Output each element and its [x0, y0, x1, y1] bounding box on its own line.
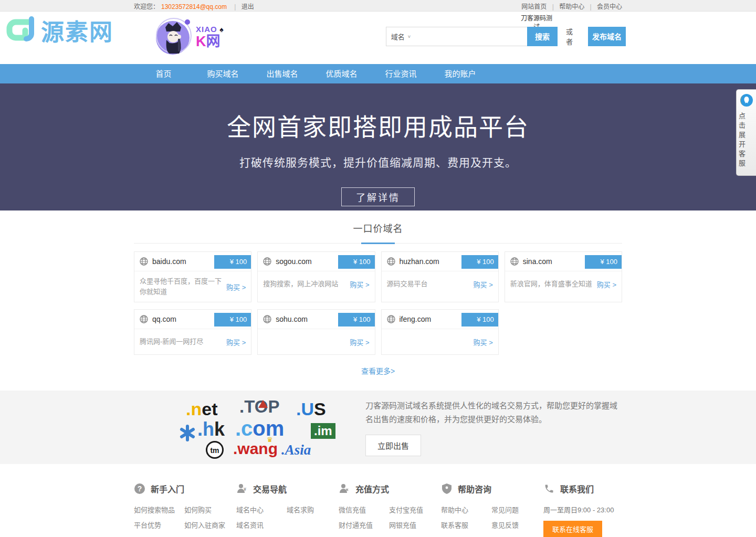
topbar-link-member[interactable]: 会员中心: [597, 3, 622, 10]
nav-item-premium-domain[interactable]: 优质域名: [312, 64, 371, 83]
footer-link[interactable]: 意见反馈: [491, 520, 542, 530]
search-box: 域名 ∨ 搜索: [386, 27, 558, 46]
domain-name: sogou.com: [276, 257, 311, 266]
watermark-logo-icon: [5, 16, 38, 45]
king-logo-icon: [154, 17, 193, 57]
topbar-links: 网站首页 | 帮助中心 | 会员中心: [521, 2, 622, 10]
publish-domain-button[interactable]: 发布域名: [588, 27, 626, 46]
watermark-logo: 源素网: [5, 14, 113, 47]
svg-text:¥: ¥: [244, 487, 246, 492]
topbar-link-help[interactable]: 帮助中心: [559, 3, 584, 10]
qq-service-icon: [740, 93, 753, 107]
section-title: 一口价域名: [134, 221, 622, 235]
footer-col-title: 充值方式: [355, 482, 389, 495]
buy-link[interactable]: 购买 >: [226, 282, 246, 292]
footer-link[interactable]: 如何搜索物品: [134, 504, 184, 514]
price-badge: ¥ 100: [585, 255, 622, 269]
buy-link[interactable]: 购买 >: [474, 279, 493, 289]
or-label: 或者: [566, 26, 578, 46]
footer-link[interactable]: 微信充值: [339, 504, 389, 514]
globe-icon: [263, 257, 271, 266]
phone-icon: [543, 483, 555, 494]
contact-service-button[interactable]: 联系在线客服: [543, 521, 602, 537]
topbar-link-home[interactable]: 网站首页: [521, 3, 547, 10]
spade-icon: ♠: [219, 25, 223, 34]
watermark-text: 源素网: [41, 14, 113, 47]
service-tab-label: 点击展开客服: [737, 112, 747, 169]
footer-link[interactable]: 域名中心: [236, 504, 287, 514]
promo-section: .net .TOP .US .hk .com .im tm .wang ♛ .A…: [0, 391, 756, 464]
divider: |: [234, 3, 236, 10]
domain-description: 腾讯网-新闻一网打尽: [140, 336, 226, 347]
price-badge: ¥ 100: [214, 255, 251, 269]
footer-link[interactable]: 域名资讯: [236, 520, 287, 530]
search-category-value: 域名: [391, 31, 405, 41]
search-category-select[interactable]: 域名 ∨: [386, 27, 416, 46]
sell-now-button[interactable]: 立即出售: [365, 435, 421, 456]
nav-item-home[interactable]: 首页: [134, 64, 193, 83]
globe-icon: [140, 315, 148, 323]
footer-link[interactable]: 联系客服: [441, 520, 491, 530]
buy-link[interactable]: 购买 >: [597, 279, 616, 289]
logout-link[interactable]: 退出: [242, 3, 254, 10]
search-input[interactable]: [416, 27, 527, 46]
domain-card: sohu.com ¥ 100 购买 >: [257, 309, 375, 355]
domain-name: huzhan.com: [400, 257, 439, 266]
price-badge: ¥ 100: [338, 313, 375, 327]
tld-im: .im: [311, 423, 335, 439]
footer-col-trade: ¥ 交易导航 域名中心 域名资讯 域名求购: [236, 482, 339, 537]
site-logo[interactable]: XIAO ♠ K网: [154, 17, 224, 57]
footer-link[interactable]: 常见问题: [491, 504, 542, 514]
hero-cta-button[interactable]: 了解详情: [341, 187, 415, 206]
footer-link[interactable]: 支付宝充值: [389, 504, 439, 514]
price-badge: ¥ 100: [461, 313, 498, 327]
header-search-area: 刀客源码测试 域名 ∨ 搜索 或者 发布域名: [386, 12, 622, 64]
topbar-welcome: 欢迎您：13023572814@qq.com | 退出: [134, 2, 254, 10]
asterisk-icon: [178, 424, 196, 442]
price-badge: ¥ 100: [214, 313, 251, 327]
domain-card: sina.com ¥ 100 新浪官网，体育盛事全知道 购买 >: [505, 251, 622, 302]
nav-item-industry-news[interactable]: 行业资讯: [371, 64, 430, 83]
mountain-icon: [258, 400, 268, 408]
domain-name: qq.com: [152, 315, 176, 323]
customer-service-tab[interactable]: 点击展开客服: [736, 89, 756, 176]
footer-link[interactable]: 如何入驻商家: [184, 520, 235, 530]
footer-link[interactable]: 帮助中心: [441, 504, 491, 514]
promo-text: 刀客源码测试域名系统提供人性化的域名交易方式，帮助您更好的掌握域名出售的速度和价…: [365, 399, 622, 426]
footer-link[interactable]: 网银充值: [389, 520, 439, 530]
domain-card: huzhan.com ¥ 100 源码交易平台 购买 >: [381, 251, 499, 302]
footer-col-recharge: 充值方式 微信充值 财付通充值 支付宝充值 网银充值: [339, 482, 441, 537]
footer-link[interactable]: 域名求购: [287, 504, 337, 514]
topbar: 欢迎您：13023572814@qq.com | 退出 网站首页 | 帮助中心 …: [0, 0, 756, 12]
nav-item-sell-domain[interactable]: 出售域名: [253, 64, 312, 83]
footer-link[interactable]: 平台优势: [134, 520, 184, 530]
footer-link[interactable]: 如何购买: [184, 504, 235, 514]
tld-net: .net: [186, 400, 217, 418]
buy-link[interactable]: 购买 >: [350, 279, 369, 289]
buy-link[interactable]: 购买 >: [226, 337, 246, 347]
tld-collage-image: .net .TOP .US .hk .com .im tm .wang ♛ .A…: [178, 396, 342, 459]
domain-card: baidu.com ¥ 100 众里寻他千百度，百度一下你就知道 购买 >: [134, 251, 251, 302]
welcome-label: 欢迎您：: [134, 3, 159, 10]
domain-description: 新浪官网，体育盛事全知道: [510, 279, 597, 289]
globe-icon: [140, 257, 148, 266]
hero-subtitle: 打破传统服务模式，提升价值缩减周期、费用及开支。: [0, 154, 756, 170]
divider: |: [552, 3, 554, 10]
shield-icon: [441, 483, 453, 494]
search-button[interactable]: 搜索: [527, 27, 558, 46]
footer: ? 新手入门 如何搜索物品 平台优势 如何购买 如何入驻商家 ¥ 交易导航 域名…: [0, 464, 756, 537]
footer-col-contact: 联系我们 周一至周日9:00 - 23:00 联系在线客服: [543, 482, 627, 537]
recharge-user-icon: [339, 483, 350, 494]
buy-link[interactable]: 购买 >: [474, 337, 493, 347]
buy-link[interactable]: 购买 >: [350, 337, 369, 347]
nav-item-my-account[interactable]: 我的账户: [430, 64, 490, 83]
price-badge: ¥ 100: [461, 255, 498, 269]
footer-col-help: 帮助咨询 帮助中心 联系客服 常见问题 意见反馈: [441, 482, 543, 537]
footer-link[interactable]: 财付通充值: [339, 520, 389, 530]
view-more-link[interactable]: 查看更多>: [134, 365, 622, 376]
footer-col-title: 联系我们: [560, 482, 594, 495]
globe-icon: [387, 315, 395, 323]
globe-icon: [263, 315, 271, 323]
nav-item-buy-domain[interactable]: 购买域名: [193, 64, 253, 83]
footer-col-beginners: ? 新手入门 如何搜索物品 平台优势 如何购买 如何入驻商家: [134, 482, 236, 537]
